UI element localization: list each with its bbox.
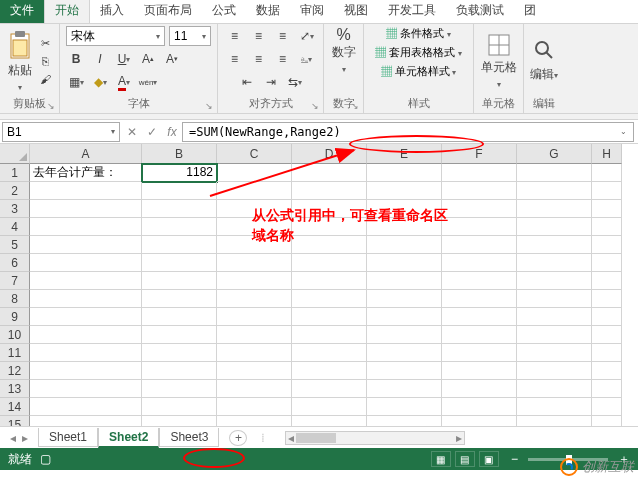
decrease-indent-button[interactable]: ⇤ (237, 72, 257, 92)
cell[interactable] (517, 200, 592, 218)
column-header[interactable]: A (30, 144, 142, 164)
cell[interactable] (592, 362, 622, 380)
align-center-button[interactable]: ≡ (249, 49, 269, 69)
column-header[interactable]: B (142, 144, 217, 164)
cell[interactable] (217, 398, 292, 416)
cell[interactable] (30, 272, 142, 290)
macro-record-icon[interactable]: ▢ (40, 452, 51, 466)
cell[interactable] (30, 182, 142, 200)
cell[interactable] (442, 254, 517, 272)
row-header[interactable]: 1 (0, 164, 30, 182)
cell[interactable] (292, 416, 367, 426)
cell[interactable] (217, 254, 292, 272)
font-size-select[interactable]: 11▾ (169, 26, 211, 46)
row-header[interactable]: 14 (0, 398, 30, 416)
underline-button[interactable]: U▾ (114, 49, 134, 69)
cell[interactable] (292, 326, 367, 344)
phonetic-button[interactable]: wén▾ (138, 72, 158, 92)
tab-layout[interactable]: 页面布局 (134, 0, 202, 23)
row-header[interactable]: 2 (0, 182, 30, 200)
cell[interactable] (442, 362, 517, 380)
tab-file[interactable]: 文件 (0, 0, 44, 23)
row-header[interactable]: 4 (0, 218, 30, 236)
cell[interactable] (30, 380, 142, 398)
sheet-tab-1[interactable]: Sheet1 (38, 428, 98, 447)
cell[interactable] (367, 236, 442, 254)
cell[interactable] (442, 308, 517, 326)
cell[interactable] (367, 416, 442, 426)
cell[interactable] (292, 200, 367, 218)
cell[interactable] (142, 380, 217, 398)
cell[interactable] (292, 218, 367, 236)
cell[interactable] (592, 218, 622, 236)
expand-icon[interactable]: ↘ (351, 101, 361, 111)
view-normal-button[interactable]: ▦ (431, 451, 451, 467)
border-button[interactable]: ▦▾ (66, 72, 86, 92)
font-name-select[interactable]: 宋体▾ (66, 26, 165, 46)
cell[interactable] (367, 272, 442, 290)
cell[interactable] (292, 362, 367, 380)
row-header[interactable]: 12 (0, 362, 30, 380)
cell[interactable] (367, 308, 442, 326)
cell[interactable] (517, 218, 592, 236)
cell[interactable] (592, 290, 622, 308)
cell[interactable] (592, 308, 622, 326)
cell[interactable] (217, 344, 292, 362)
cell[interactable] (142, 236, 217, 254)
cell[interactable] (292, 380, 367, 398)
cut-icon[interactable]: ✂ (37, 35, 53, 51)
cell[interactable] (217, 416, 292, 426)
column-header[interactable]: G (517, 144, 592, 164)
paste-button[interactable]: 粘贴▾ (6, 30, 33, 93)
cell[interactable] (592, 380, 622, 398)
cell[interactable] (30, 236, 142, 254)
merge-button[interactable]: ⇆▾ (285, 72, 305, 92)
row-header[interactable]: 8 (0, 290, 30, 308)
spreadsheet-grid[interactable]: ABCDEFGH 123456789101112131415 去年合计产量：11… (0, 144, 638, 426)
cell[interactable] (442, 236, 517, 254)
cell[interactable] (30, 308, 142, 326)
cell[interactable] (442, 326, 517, 344)
align-top-button[interactable]: ≡ (225, 26, 245, 46)
row-header[interactable]: 5 (0, 236, 30, 254)
align-left-button[interactable]: ≡ (225, 49, 245, 69)
cell[interactable] (367, 380, 442, 398)
cell[interactable] (442, 218, 517, 236)
cell[interactable] (517, 326, 592, 344)
row-header[interactable]: 9 (0, 308, 30, 326)
align-right-button[interactable]: ≡ (273, 49, 293, 69)
cell[interactable] (292, 344, 367, 362)
cell[interactable] (442, 272, 517, 290)
cell[interactable] (292, 236, 367, 254)
row-header[interactable]: 7 (0, 272, 30, 290)
tab-review[interactable]: 审阅 (290, 0, 334, 23)
sheet-tab-2[interactable]: Sheet2 (98, 428, 159, 448)
tab-loadtest[interactable]: 负载测试 (446, 0, 514, 23)
cell[interactable] (217, 272, 292, 290)
cell-styles-button[interactable]: ▦ 单元格样式 ▾ (381, 64, 456, 79)
cell[interactable] (592, 254, 622, 272)
confirm-button[interactable]: ✓ (142, 125, 162, 139)
cell[interactable] (517, 344, 592, 362)
zoom-out-button[interactable]: − (511, 452, 518, 466)
column-header[interactable]: H (592, 144, 622, 164)
align-middle-button[interactable]: ≡ (249, 26, 269, 46)
row-header[interactable]: 13 (0, 380, 30, 398)
cell[interactable] (142, 344, 217, 362)
column-header[interactable]: F (442, 144, 517, 164)
cell[interactable] (367, 362, 442, 380)
cell[interactable] (367, 290, 442, 308)
cell[interactable] (367, 164, 442, 182)
cell[interactable] (142, 182, 217, 200)
cell[interactable] (442, 380, 517, 398)
cell[interactable] (442, 290, 517, 308)
horizontal-scrollbar[interactable]: ◂ ▸ (285, 431, 465, 445)
editing-button[interactable]: 编辑▾ (530, 40, 558, 83)
tab-data[interactable]: 数据 (246, 0, 290, 23)
cell[interactable] (517, 380, 592, 398)
cell[interactable] (142, 398, 217, 416)
cell[interactable] (292, 254, 367, 272)
cell[interactable] (292, 308, 367, 326)
cell[interactable] (217, 200, 292, 218)
cell[interactable] (517, 362, 592, 380)
